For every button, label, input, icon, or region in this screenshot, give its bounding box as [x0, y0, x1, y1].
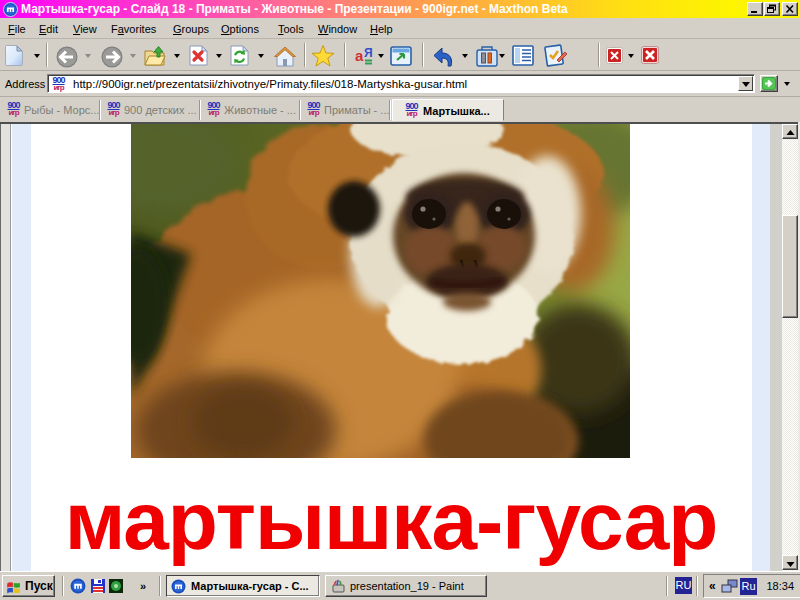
svg-text:Я: Я: [364, 46, 373, 60]
svg-text:a: a: [355, 47, 364, 64]
